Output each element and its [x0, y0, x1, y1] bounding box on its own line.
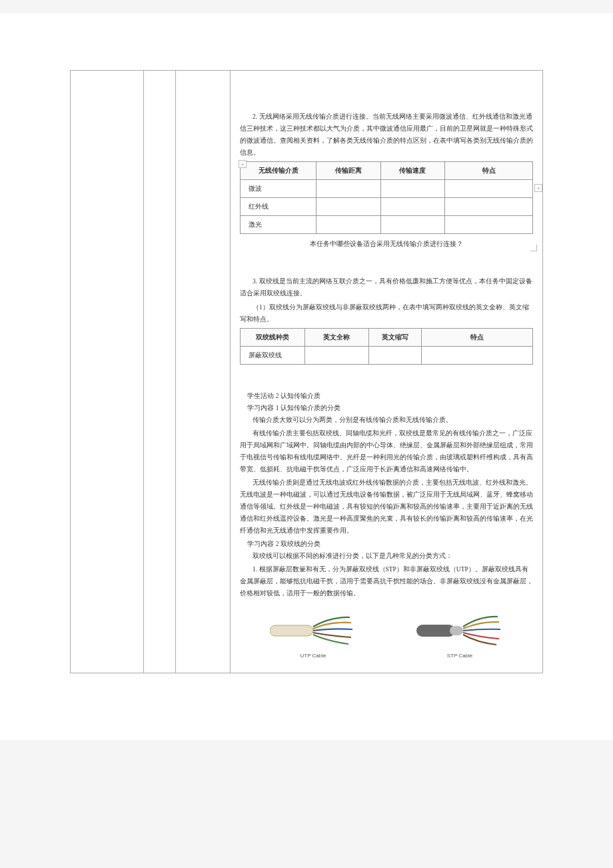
- stp-cable-figure: STP Cable: [416, 613, 503, 661]
- activity-title: 学生活动 2 认知传输介质: [240, 390, 533, 402]
- table-row: 激光: [241, 216, 533, 234]
- utp-label: UTP Cable: [301, 651, 326, 661]
- document-page: 2. 无线网络采用无线传输介质进行连接。当前无线网络主要采用微波通信、红外线通信…: [0, 13, 613, 740]
- outer-cell-1: [71, 71, 144, 673]
- activity-p4: 双绞线可以根据不同的标准进行分类，以下是几种常见的分类方式：: [240, 550, 533, 562]
- t2-h3: 英文缩写: [369, 328, 422, 346]
- table-handle-icon[interactable]: +: [239, 160, 247, 168]
- outer-cell-2: [144, 71, 176, 673]
- utp-cable-figure: UTP Cable: [270, 613, 356, 661]
- outer-layout-table: 2. 无线网络采用无线传输介质进行连接。当前无线网络主要采用微波通信、红外线通信…: [70, 70, 543, 673]
- stp-cable-icon: [416, 613, 503, 647]
- section2-intro: 3. 双绞线是当前主流的网络互联介质之一，具有价格低廉和施工方便等优点，本任务中…: [240, 275, 533, 299]
- section2-sub1: （1）双绞线分为屏蔽双绞线与非屏蔽双绞线两种，在表中填写两种双绞线的英文全称、英…: [240, 301, 533, 325]
- wireless-media-table: 无线传输介质 传输距离 传输速度 特点 微波: [240, 161, 533, 234]
- table1-wrapper: + + 无线传输介质 传输距离 传输速度 特点: [240, 161, 533, 234]
- table-insert-icon[interactable]: +: [534, 184, 542, 192]
- t1-r2[interactable]: 红外线: [241, 198, 316, 216]
- t2-h4: 特点: [422, 328, 533, 346]
- svg-rect-0: [270, 625, 313, 636]
- cable-illustration-row: UTP Cable: [240, 613, 533, 661]
- activity-p5: 1. 根据屏蔽层数量和有无，分为屏蔽双绞线（STP）和非屏蔽双绞线（UTP）。屏…: [240, 563, 533, 599]
- outer-content-cell: 2. 无线网络采用无线传输介质进行连接。当前无线网络主要采用微波通信、红外线通信…: [231, 71, 543, 673]
- t1-r1[interactable]: 微波: [241, 180, 316, 198]
- outer-cell-3: [176, 71, 231, 673]
- utp-cable-icon: [270, 613, 356, 647]
- stp-label: STP Cable: [447, 651, 473, 661]
- activity-p3: 无线传输介质则是通过无线电波或红外线传输数据的介质，主要包括无线电波、红外线和激…: [240, 477, 533, 537]
- table-row: 屏蔽双绞线: [241, 346, 533, 364]
- svg-rect-2: [450, 626, 463, 635]
- t1-h2: 传输距离: [316, 162, 381, 180]
- resize-handle-icon[interactable]: [530, 245, 537, 251]
- activity-p2: 有线传输介质主要包括双绞线、同轴电缆和光纤，双绞线是最常见的有线传输介质之一，广…: [240, 427, 533, 475]
- t2-h1: 双绞线种类: [241, 328, 305, 346]
- t1-h3: 传输速度: [380, 162, 445, 180]
- t1-h4: 特点: [445, 162, 533, 180]
- activity-sub1-title: 学习内容 1 认知传输介质的分类: [240, 402, 533, 414]
- t1-h1: 无线传输介质: [241, 162, 316, 180]
- twisted-pair-table: 双绞线种类 英文全称 英文缩写 特点 屏蔽双绞线: [240, 328, 533, 365]
- table1-caption: 本任务中哪些设备适合采用无线传输介质进行连接？: [240, 238, 533, 250]
- table-row: 微波: [241, 180, 533, 198]
- t2-r1[interactable]: 屏蔽双绞线: [241, 346, 305, 364]
- activity-p1: 传输介质大致可以分为两类，分别是有线传输介质和无线传输介质。: [240, 414, 533, 426]
- activity-sub2-title: 学习内容 2 双绞线的分类: [240, 538, 533, 550]
- t1-r3[interactable]: 激光: [241, 216, 316, 234]
- section1-intro: 2. 无线网络采用无线传输介质进行连接。当前无线网络主要采用微波通信、红外线通信…: [240, 111, 533, 159]
- svg-rect-1: [416, 625, 455, 637]
- table-row: 红外线: [241, 198, 533, 216]
- t2-h2: 英文全称: [305, 328, 369, 346]
